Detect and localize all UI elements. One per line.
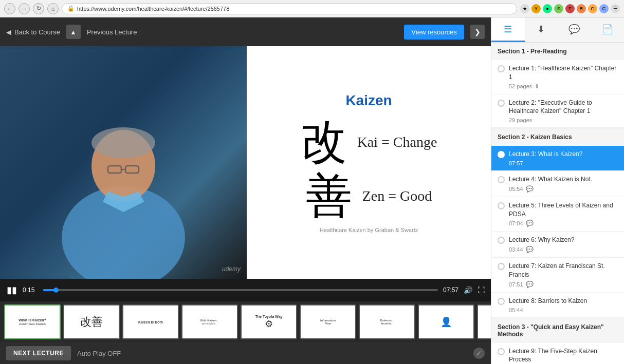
back-button[interactable]: ← bbox=[4, 3, 15, 14]
ext-icon-3[interactable]: S bbox=[554, 4, 563, 13]
browser-chrome: ← → ↻ ⌂ 🔒 https://www.udemy.com/healthca… bbox=[0, 0, 624, 17]
kanji-row-1: 改 Kai = Change bbox=[257, 119, 481, 165]
lecture-meta: 29 pages bbox=[509, 117, 618, 123]
video-area: ◀ Back to Course ▴ Previous Lecture View… bbox=[0, 17, 491, 364]
thumbnail-0[interactable]: What is Kaizen?Healthcare Kaizen bbox=[4, 304, 61, 339]
ext-icon-1[interactable]: Y bbox=[531, 4, 541, 13]
ext-icon-2[interactable]: ● bbox=[543, 4, 552, 13]
lecture-title: Lecture 7: Kaizen at Franciscan St. Fran… bbox=[509, 262, 618, 279]
thumbnail-4[interactable]: The Toyota Way⚙ bbox=[241, 304, 297, 339]
next-lecture-button[interactable]: NEXT LECTURE bbox=[6, 346, 71, 360]
view-resources-button[interactable]: View resources bbox=[404, 25, 464, 40]
svg-point-3 bbox=[91, 127, 155, 158]
lecture-dot bbox=[498, 65, 505, 72]
browser-icons: ★ Y ● S F R O C ☰ bbox=[520, 4, 620, 13]
pause-button[interactable]: ▮▮ bbox=[6, 284, 17, 296]
ext-icon-7[interactable]: C bbox=[599, 4, 609, 13]
lecture-item-1-2[interactable]: Lecture 5: Three Levels of Kaizen and PD… bbox=[491, 197, 624, 232]
home-button[interactable]: ⌂ bbox=[47, 3, 59, 14]
refresh-button[interactable]: ↻ bbox=[33, 3, 44, 14]
tab-chat[interactable]: 💬 bbox=[558, 17, 591, 42]
prev-lecture-button[interactable]: ▴ bbox=[66, 25, 81, 39]
thumbnail-strip: What is Kaizen?Healthcare Kaizen改善Kaizen… bbox=[0, 301, 491, 342]
lecture-dot bbox=[498, 348, 505, 355]
progress-bar[interactable] bbox=[43, 289, 438, 291]
thumbnail-3[interactable]: With Kaizen...principles... bbox=[181, 304, 238, 339]
lecture-title: Lecture 8: Barriers to Kaizen bbox=[509, 297, 587, 305]
lecture-title: Lecture 9: The Five-Step Kaizen Process bbox=[509, 347, 618, 364]
kanji-meaning-1: Kai = Change bbox=[357, 134, 437, 150]
kanji-row-2: 善 Zen = Good bbox=[257, 173, 481, 219]
complete-checkmark[interactable]: ✓ bbox=[473, 348, 485, 359]
lecture-item-1-3[interactable]: Lecture 6: Why Kaizen?03:44💬 bbox=[491, 232, 624, 258]
thumbnail-5[interactable]: InformationFlow bbox=[300, 304, 356, 339]
thumbnail-8[interactable]: 🎥 bbox=[477, 304, 491, 339]
tab-notes[interactable]: 📄 bbox=[591, 17, 625, 42]
section-header-1: Section 2 - Kaizen Basics bbox=[491, 128, 624, 146]
kanji-meaning-2: Zen = Good bbox=[362, 188, 432, 204]
progress-dot bbox=[53, 288, 59, 293]
download-icon: ⬇ bbox=[535, 83, 539, 90]
menu-icon[interactable]: ☰ bbox=[611, 4, 620, 13]
sidebar-content: Section 1 - Pre-ReadingLecture 1: "Healt… bbox=[491, 43, 624, 364]
prev-lecture-label: Previous Lecture bbox=[87, 28, 137, 36]
lecture-meta: 03:44💬 bbox=[509, 246, 618, 253]
lecture-item-1-0[interactable]: Lecture 3: What is Kaizen?07:57 bbox=[491, 146, 624, 171]
presenter-silhouette bbox=[36, 84, 211, 279]
presenter-video: udemy bbox=[0, 46, 247, 279]
lecture-title: Lecture 4: What Kaizen is Not. bbox=[509, 175, 592, 184]
tab-downloads[interactable]: ⬇ bbox=[525, 17, 558, 42]
thumbnail-2[interactable]: Kaizen is Both bbox=[122, 304, 179, 339]
tab-curriculum[interactable]: ☰ bbox=[491, 17, 525, 42]
lecture-dot bbox=[498, 237, 505, 244]
next-lecture-arrow[interactable]: ❯ bbox=[470, 25, 485, 39]
slide-title: Kaizen bbox=[345, 92, 392, 109]
udemy-watermark: udemy bbox=[222, 265, 241, 273]
bottom-bar: NEXT LECTURE Auto Play OFF ✓ bbox=[0, 342, 491, 364]
star-icon[interactable]: ★ bbox=[520, 4, 529, 13]
main-layout: ◀ Back to Course ▴ Previous Lecture View… bbox=[0, 17, 624, 364]
back-to-course-label: Back to Course bbox=[14, 28, 60, 36]
forward-button[interactable]: → bbox=[19, 3, 30, 14]
lecture-item-1-4[interactable]: Lecture 7: Kaizen at Franciscan St. Fran… bbox=[491, 258, 624, 293]
kanji-char-2: 善 bbox=[306, 173, 352, 219]
kanji-section: 改 Kai = Change 善 Zen = Good bbox=[257, 119, 481, 219]
lecture-meta: 07:51💬 bbox=[509, 281, 618, 288]
lecture-item-0-1[interactable]: Lecture 2: "Executive Guide to Healthcar… bbox=[491, 94, 624, 128]
lecture-item-0-0[interactable]: Lecture 1: "Healthcare Kaizen" Chapter 1… bbox=[491, 60, 624, 94]
top-bar: ◀ Back to Course ▴ Previous Lecture View… bbox=[0, 17, 491, 46]
lecture-item-2-0[interactable]: Lecture 9: The Five-Step Kaizen Process0… bbox=[491, 343, 624, 364]
thumbnail-7[interactable]: 👤 bbox=[418, 304, 474, 339]
section-header-2: Section 3 - "Quick and Easy Kaizen" Meth… bbox=[491, 318, 624, 343]
lecture-meta: 07:04💬 bbox=[509, 220, 618, 227]
back-to-course-button[interactable]: ◀ Back to Course bbox=[6, 28, 60, 36]
section-header-0: Section 1 - Pre-Reading bbox=[491, 43, 624, 60]
lecture-item-1-1[interactable]: Lecture 4: What Kaizen is Not.05:54💬 bbox=[491, 171, 624, 197]
chat-icon: 💬 bbox=[526, 281, 534, 288]
ext-icon-5[interactable]: R bbox=[577, 4, 586, 13]
total-time: 07:57 bbox=[443, 286, 458, 294]
lock-icon: 🔒 bbox=[67, 5, 75, 12]
sidebar: ☰ ⬇ 💬 📄 Section 1 - Pre-ReadingLecture 1… bbox=[491, 17, 624, 364]
fullscreen-button[interactable]: ⛶ bbox=[478, 286, 485, 294]
lecture-slide: Kaizen 改 Kai = Change 善 Zen = Good Healt… bbox=[247, 46, 491, 279]
volume-icon[interactable]: 🔊 bbox=[464, 286, 472, 294]
lecture-dot bbox=[498, 298, 505, 305]
ext-icon-6[interactable]: O bbox=[588, 4, 597, 13]
lecture-item-1-5[interactable]: Lecture 8: Barriers to Kaizen05:44 bbox=[491, 293, 624, 318]
lecture-dot bbox=[498, 176, 505, 183]
presenter-bg: udemy bbox=[0, 46, 247, 279]
url-text: https://www.udemy.com/healthcare-kaizen/… bbox=[77, 6, 229, 12]
lecture-dot bbox=[498, 263, 505, 270]
lecture-title: Lecture 5: Three Levels of Kaizen and PD… bbox=[509, 201, 618, 219]
thumbnail-1[interactable]: 改善 bbox=[63, 304, 120, 339]
video-controls: ▮▮ 0:15 07:57 🔊 ⛶ bbox=[0, 279, 491, 301]
address-bar[interactable]: 🔒 https://www.udemy.com/healthcare-kaize… bbox=[62, 3, 517, 14]
chat-icon: 💬 bbox=[526, 220, 534, 227]
kanji-char-1: 改 bbox=[301, 119, 347, 165]
lecture-title: Lecture 6: Why Kaizen? bbox=[509, 236, 574, 244]
ext-icon-4[interactable]: F bbox=[565, 4, 575, 13]
current-time: 0:15 bbox=[23, 286, 38, 294]
lecture-meta: 05:54💬 bbox=[509, 185, 618, 193]
thumbnail-6[interactable]: Patterns...favorite... bbox=[359, 304, 415, 339]
